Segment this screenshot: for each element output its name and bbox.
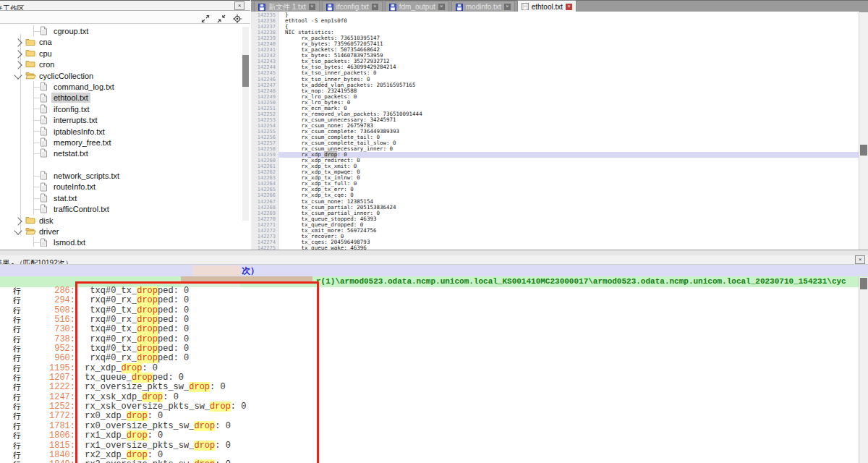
editor-scrollbar-thumb[interactable] <box>860 145 867 156</box>
result-row-label: 行 <box>13 451 21 460</box>
redaction-blur <box>192 266 240 276</box>
tree-item-iptablesinfo-txt[interactable]: iptablesInfo.txt <box>0 126 250 137</box>
tree-item-interrupts-txt[interactable]: interrupts.txt <box>0 114 250 125</box>
line-number: 142263 <box>251 175 278 181</box>
tree-item-label: cgroup.txt <box>51 26 90 36</box>
results-scrollbar[interactable] <box>859 277 868 463</box>
tab-close-icon[interactable]: × <box>309 4 315 10</box>
line-number: 142235 <box>251 12 278 18</box>
chevron-down-icon[interactable] <box>14 226 22 234</box>
result-row-label: 行 <box>13 412 21 421</box>
line-number: 142246 <box>251 77 278 82</box>
tree-scrollbar[interactable] <box>242 27 249 221</box>
tree-item-ethtool-txt[interactable]: ethtool.txt <box>0 92 250 103</box>
line-number: 142243 <box>251 59 278 64</box>
workspace-toolbar <box>0 11 250 24</box>
line-number: 142267 <box>251 199 278 205</box>
code-line[interactable]: 142236ethtool -S enp1s0f0 <box>251 18 859 24</box>
expand-all-icon[interactable] <box>201 13 210 22</box>
tree-scrollbar-thumb[interactable] <box>242 55 249 87</box>
tree-item-label: cpu <box>37 48 54 59</box>
tab--1-txt[interactable]: 新文件 1.txt× <box>254 1 320 12</box>
chevron-right-icon[interactable] <box>14 39 22 47</box>
floppy-save-icon <box>389 4 396 11</box>
tab-close-icon[interactable]: × <box>372 4 378 10</box>
tab-ethtool-txt[interactable]: ethtool.txt× <box>517 0 576 12</box>
tree-item-routeinfo-txt[interactable]: routeInfo.txt <box>0 181 250 192</box>
tree-item-trafficcontrol-txt[interactable]: trafficControl.txt <box>0 203 250 214</box>
collapse-all-icon[interactable] <box>217 13 226 22</box>
tree-item-cgroup-txt[interactable]: cgroup.txt <box>0 25 250 36</box>
result-line-number: 1247: <box>27 393 75 402</box>
tab-fdm_output[interactable]: fdm_output× <box>385 1 449 12</box>
workspace-panel: 夹工作区 × cgroup.txtcnacpucroncyclicCollect… <box>0 0 250 250</box>
result-line-number: 1195: <box>27 364 75 373</box>
result-row-label: 行 <box>13 344 21 354</box>
line-number: 142261 <box>251 163 278 169</box>
tree-item-label: trafficControl.txt <box>51 204 111 214</box>
line-number: 142258 <box>251 146 278 152</box>
folder-open-icon <box>25 226 36 236</box>
result-line-number: 294: <box>27 296 75 305</box>
locate-file-icon[interactable] <box>233 13 242 22</box>
chevron-right-icon[interactable] <box>14 61 22 69</box>
tab-modinfo-txt[interactable]: modinfo.txt× <box>451 1 515 12</box>
tree-item-cna[interactable]: cna <box>0 36 250 47</box>
floppy-save-icon <box>258 4 265 11</box>
result-row-label: 行 <box>13 460 21 463</box>
workspace-close-icon[interactable]: × <box>234 1 244 10</box>
result-row-label: 行 <box>13 431 21 441</box>
tree-item-driver[interactable]: driver <box>0 226 250 237</box>
line-number: 142238 <box>251 30 278 35</box>
floppy-save-icon <box>326 4 333 11</box>
tree-item-command_log-txt[interactable]: command_log.txt <box>0 81 250 92</box>
results-close-icon[interactable]: × <box>855 255 865 264</box>
tree-item-stat-txt[interactable]: stat.txt <box>0 192 250 203</box>
line-number: 142251 <box>251 106 278 111</box>
chevron-right-icon[interactable] <box>14 217 22 225</box>
tree-guide-tick <box>33 176 40 177</box>
editor-body[interactable]: 142235}142236ethtool -S enp1s0f0142237{1… <box>251 12 859 250</box>
result-line-number: 952: <box>27 344 75 354</box>
file-icon <box>40 82 51 91</box>
result-line-number: 1815: <box>27 441 75 451</box>
chevron-right-icon[interactable] <box>14 50 22 58</box>
tree-item-cycliccollection[interactable]: cyclicCollection <box>0 70 250 81</box>
line-number: 142262 <box>251 169 278 175</box>
tree-item-label: netstat.txt <box>51 148 90 158</box>
folder-icon <box>25 59 36 69</box>
tree-item-memory_free-txt[interactable]: memory_free.txt <box>0 137 250 148</box>
tree-guide-tick <box>33 209 40 210</box>
tree-item-lsmod-txt[interactable]: lsmod.txt <box>0 237 250 247</box>
line-number: 142265 <box>251 187 278 192</box>
tab-close-icon[interactable]: × <box>566 4 572 10</box>
tree-item-netstat-txt[interactable]: netstat.txt <box>0 148 250 158</box>
result-line-number: 960: <box>27 354 75 363</box>
code-line[interactable]: 142237{ <box>251 24 859 30</box>
code-area[interactable]: 142235}142236ethtool -S enp1s0f0142237{1… <box>251 12 859 250</box>
tree-item-cron[interactable]: cron <box>0 59 250 69</box>
file-icon <box>40 93 51 103</box>
chevron-down-icon[interactable] <box>14 71 22 79</box>
tree-item-network_scripts-txt[interactable]: network_scripts.txt <box>0 170 250 181</box>
tab-label: ifconfig.txt <box>336 3 369 11</box>
result-line-number: 1222: <box>27 383 75 392</box>
file-icon <box>40 193 51 203</box>
tree-item-label: driver <box>37 226 61 237</box>
editor-scrollbar[interactable] <box>859 12 868 250</box>
tab-ifconfig-txt[interactable]: ifconfig.txt× <box>322 1 383 12</box>
tree-item-cpu[interactable]: cpu <box>0 48 250 59</box>
tree-item-disk[interactable]: disk <box>0 215 250 226</box>
line-number: 142260 <box>251 158 278 163</box>
line-number: 142240 <box>251 41 278 47</box>
results-scrollbar-thumb[interactable] <box>860 278 867 289</box>
tab-close-icon[interactable]: × <box>504 4 511 10</box>
line-number: 142274 <box>251 239 278 245</box>
tree-item-label: stat.txt <box>51 193 79 203</box>
tree-item-ifconfig-txt[interactable]: ifconfig.txt <box>0 103 250 114</box>
result-row-label: 行 <box>13 422 21 431</box>
tree-guide-tick <box>33 198 40 199</box>
tree-item-label: routeInfo.txt <box>51 182 98 192</box>
tab-close-icon[interactable]: × <box>438 4 445 10</box>
search-summary-row: 索 "drop" （1个文件中匹配到10192次，总计 次） <box>0 265 868 276</box>
